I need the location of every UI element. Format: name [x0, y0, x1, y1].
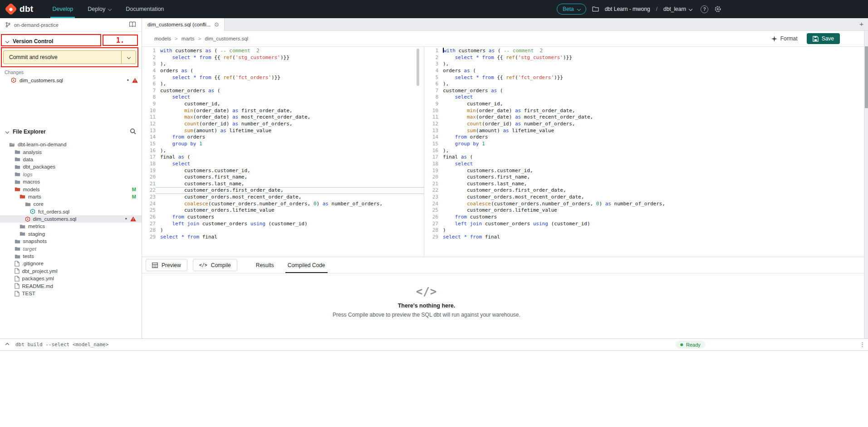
command-input[interactable]: dbt build --select <model_name>: [15, 342, 108, 348]
commit-and-resolve-button[interactable]: Commit and resolve: [3, 50, 136, 64]
file-explorer-header[interactable]: File Explorer: [0, 128, 142, 136]
tree-item-dbt-learn-on-demand[interactable]: dbt-learn-on-demand: [0, 141, 142, 148]
code-line[interactable]: 8 select: [425, 94, 868, 101]
code-line[interactable]: 7customer_orders as (: [425, 88, 868, 94]
breadcrumb-item[interactable]: marts: [181, 36, 195, 41]
code-line[interactable]: 11 max(order_date) as most_recent_order_…: [425, 114, 868, 121]
code-line[interactable]: 13 sum(amount) as lifetime_value: [142, 128, 424, 134]
code-line[interactable]: 1with customers as ( -- comment 2: [425, 48, 868, 55]
code-line[interactable]: 27 left join customer_orders using (cust…: [142, 221, 424, 228]
save-button[interactable]: Save: [807, 33, 840, 44]
editor-pane-left[interactable]: 1with customers as ( -- comment 22 selec…: [142, 47, 424, 257]
help-button[interactable]: ?: [701, 5, 708, 13]
search-icon[interactable]: [130, 128, 136, 136]
code-line[interactable]: 24 coalesce(customer_orders.number_of_or…: [425, 201, 868, 208]
nav-item-develop[interactable]: Develop: [45, 0, 80, 18]
code-line[interactable]: 9 customer_id,: [425, 101, 868, 108]
chevron-up-icon[interactable]: [5, 343, 9, 346]
code-line[interactable]: 13 sum(amount) as lifetime_value: [425, 128, 868, 134]
code-line[interactable]: 2 select * from {{ ref('stg_customers')}…: [425, 55, 868, 61]
code-line[interactable]: 21 customers.last_name,: [142, 181, 424, 188]
tree-item-snapshots[interactable]: snapshots: [0, 238, 142, 245]
dbt-logo[interactable]: dbt: [6, 4, 33, 14]
tree-item-readme-md[interactable]: README.md: [0, 282, 142, 289]
tree-item-models[interactable]: modelsM: [0, 185, 142, 193]
code-line[interactable]: 19 customers.customer_id,: [425, 168, 868, 174]
code-line[interactable]: 18 select: [142, 161, 424, 168]
commit-dropdown-caret[interactable]: [121, 51, 136, 64]
code-line[interactable]: 3),: [425, 61, 868, 68]
code-line[interactable]: 10 min(order_date) as first_order_date,: [425, 108, 868, 114]
project-selector[interactable]: dbt_learn: [663, 6, 692, 12]
breadcrumb-item[interactable]: models: [154, 36, 171, 41]
new-tab-button[interactable]: +: [859, 20, 863, 28]
tree-item-test[interactable]: TEST: [0, 290, 142, 297]
code-line[interactable]: 25 customer_orders.lifetime_value: [142, 207, 424, 214]
tree-item-tests[interactable]: tests: [0, 253, 142, 260]
code-line[interactable]: 25 customer_orders.lifetime_value: [425, 207, 868, 214]
code-line[interactable]: 20 customers.first_name,: [142, 174, 424, 181]
code-line[interactable]: 5 select * from {{ ref('fct_orders')}}: [142, 74, 424, 81]
tree-item-macros[interactable]: macros: [0, 178, 142, 185]
code-line[interactable]: 26 from customers: [425, 214, 868, 221]
code-line[interactable]: 29select * from final: [425, 234, 868, 241]
tree-item-target[interactable]: target: [0, 245, 142, 252]
tab-dim-customers-sql[interactable]: dim_customers.sql (confli... ⊙: [142, 18, 225, 31]
code-line[interactable]: 23 customer_orders.most_recent_order_dat…: [142, 194, 424, 201]
nav-item-documentation[interactable]: Documentation: [118, 0, 171, 18]
tree-item-fct-orders-sql[interactable]: fct_orders.sql: [0, 208, 142, 215]
tree-item-staging[interactable]: staging: [0, 230, 142, 238]
settings-gear-icon[interactable]: [714, 5, 721, 13]
code-line[interactable]: 17final as (: [142, 154, 424, 161]
code-line[interactable]: 16),: [425, 148, 868, 154]
left-pane-scrollbar[interactable]: [417, 49, 419, 86]
code-line[interactable]: 24 coalesce(customer_orders.number_of_or…: [142, 201, 424, 208]
code-line[interactable]: 12 count(order_id) as number_of_orders,: [425, 121, 868, 128]
tree-item-metrics[interactable]: metrics: [0, 223, 142, 230]
code-line[interactable]: 14 from orders: [142, 134, 424, 141]
code-line[interactable]: 9 customer_id,: [142, 101, 424, 108]
code-line[interactable]: 2 select * from {{ ref('stg_customers')}…: [142, 55, 424, 61]
code-line[interactable]: 16),: [142, 148, 424, 154]
code-line[interactable]: 21 customers.last_name,: [425, 181, 868, 188]
tree-item-analysis[interactable]: analysis: [0, 148, 142, 155]
tree-item-core[interactable]: core: [0, 200, 142, 208]
code-line[interactable]: 22 customer_orders.first_order_date,: [142, 187, 424, 194]
code-line[interactable]: 26 from customers: [142, 214, 424, 221]
tree-item-data[interactable]: data: [0, 156, 142, 163]
code-line[interactable]: 7customer_orders as (: [142, 88, 424, 94]
code-line[interactable]: 11 max(order_date) as most_recent_order_…: [142, 114, 424, 121]
code-line[interactable]: 4orders as (: [425, 68, 868, 74]
code-line[interactable]: 15 group by 1: [142, 141, 424, 148]
code-line[interactable]: 29select * from final: [142, 234, 424, 241]
code-line[interactable]: 12 count(order_id) as number_of_orders,: [142, 121, 424, 128]
tree-item-dim-customers-sql[interactable]: dim_customers.sql•: [0, 215, 142, 223]
code-line[interactable]: 28): [142, 227, 424, 234]
code-line[interactable]: 6),: [425, 81, 868, 88]
code-line[interactable]: 15 group by 1: [425, 141, 868, 148]
panel-tab-results[interactable]: Results: [249, 257, 281, 273]
code-line[interactable]: 1with customers as ( -- comment 2: [142, 48, 424, 55]
code-line[interactable]: 22 customer_orders.first_order_date,: [425, 187, 868, 194]
code-line[interactable]: 28): [425, 227, 868, 234]
docs-book-icon[interactable]: [129, 21, 136, 28]
panel-tab-compiled-code[interactable]: Compiled Code: [281, 257, 332, 273]
code-line[interactable]: 20 customers.first_name,: [425, 174, 868, 181]
account-name[interactable]: dbt Learn - mwong: [605, 6, 650, 12]
nav-item-deploy[interactable]: Deploy: [80, 0, 118, 18]
code-line[interactable]: 3),: [142, 61, 424, 68]
compile-button[interactable]: </> Compile: [193, 259, 237, 271]
tree-item--gitignore[interactable]: .gitignore: [0, 260, 142, 267]
window-scrollbar[interactable]: [864, 31, 868, 338]
code-line[interactable]: 8 select: [142, 94, 424, 101]
changed-file-row[interactable]: dim_customers.sql•: [0, 76, 142, 84]
editor-pane-right[interactable]: 1with customers as ( -- comment 22 selec…: [425, 47, 868, 257]
tree-item-packages-yml[interactable]: packages.yml: [0, 275, 142, 282]
code-line[interactable]: 17final as (: [425, 154, 868, 161]
code-line[interactable]: 19 customers.customer_id,: [142, 168, 424, 174]
version-control-header[interactable]: Version Control: [0, 37, 142, 45]
code-line[interactable]: 18 select: [425, 161, 868, 168]
code-line[interactable]: 10 min(order_date) as first_order_date,: [142, 108, 424, 114]
tree-item-logs[interactable]: logs: [0, 171, 142, 178]
tree-item-dbt-packages[interactable]: dbt_packages: [0, 163, 142, 170]
